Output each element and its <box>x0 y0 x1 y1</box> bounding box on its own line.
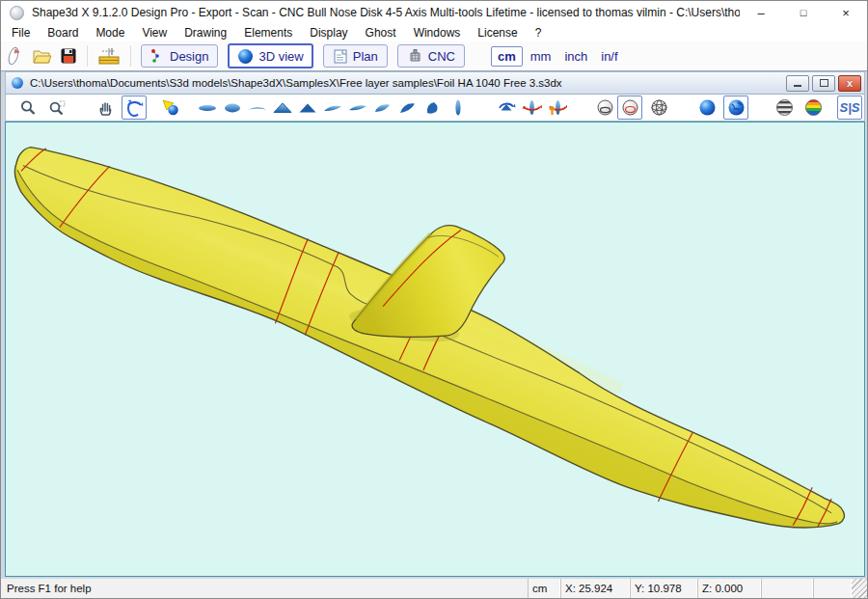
menu-drawing[interactable]: Drawing <box>176 24 235 41</box>
save-icon[interactable] <box>55 43 82 68</box>
status-unit: cm <box>528 579 560 598</box>
zoom-area-icon[interactable] <box>44 95 69 120</box>
unit-cm[interactable]: cm <box>491 46 523 67</box>
foil-3d-model <box>6 123 864 576</box>
menu-elements[interactable]: Elements <box>235 24 301 41</box>
rotate-horizontal-icon[interactable] <box>519 95 544 120</box>
flow-lines-label: S|S <box>840 100 860 115</box>
layers-rainbow-icon[interactable] <box>800 95 826 120</box>
toolbar-separator <box>130 45 131 67</box>
view-back-solid-icon[interactable] <box>295 95 320 120</box>
flow-lines-icon[interactable]: S|S <box>837 95 862 120</box>
rotate-3d-icon[interactable] <box>122 95 147 120</box>
viewport-3d[interactable] <box>5 122 865 577</box>
wireframe-sphere-icon[interactable] <box>646 95 671 120</box>
view-perspective-2-icon[interactable] <box>345 95 370 120</box>
menu-view[interactable]: View <box>133 24 176 41</box>
cnc-button-label: CNC <box>428 49 455 64</box>
zoom-icon[interactable] <box>15 95 41 120</box>
shade-ring-red-icon[interactable] <box>617 95 642 120</box>
status-z-coordinate: Z: 0.000 <box>697 579 761 598</box>
rotate-vertical-icon[interactable] <box>544 95 569 120</box>
close-button[interactable]: × <box>825 1 867 24</box>
render-texture-icon[interactable] <box>723 95 748 120</box>
shade-ring-icon[interactable] <box>592 95 617 120</box>
plan-button[interactable]: Plan <box>323 44 388 68</box>
render-solid-icon[interactable] <box>694 95 719 120</box>
doc-minimize-button[interactable] <box>786 75 809 92</box>
minimize-button[interactable]: – <box>740 1 782 24</box>
view-profile-icon[interactable] <box>446 95 471 120</box>
view-front-icon[interactable] <box>245 95 270 120</box>
pan-icon[interactable] <box>93 95 118 120</box>
doc-close-button[interactable]: x <box>838 75 861 92</box>
toolbar-separator <box>87 45 88 67</box>
view-perspective-1-icon[interactable] <box>320 95 345 120</box>
document-window: C:\Users\thoma\Documents\S3d models\Shap… <box>1 70 868 581</box>
menu-help[interactable]: ? <box>527 24 551 41</box>
plan-button-label: Plan <box>353 49 378 64</box>
units-group: cm mm inch in/f <box>491 46 624 67</box>
status-y-coordinate: Y: 10.978 <box>630 579 697 598</box>
view-perspective-3-icon[interactable] <box>370 95 395 120</box>
menu-mode[interactable]: Mode <box>87 24 133 41</box>
status-empty-cell <box>813 579 852 598</box>
menu-file[interactable]: File <box>3 24 39 41</box>
rotate-view-icon[interactable] <box>494 95 519 120</box>
menubar: File Board Mode View Drawing Elements Di… <box>1 24 867 42</box>
unit-mm[interactable]: mm <box>525 47 557 66</box>
open-folder-icon[interactable] <box>28 43 55 68</box>
menu-windows[interactable]: Windows <box>405 24 470 41</box>
unit-inf[interactable]: in/f <box>595 47 623 66</box>
unit-inch[interactable]: inch <box>558 47 593 66</box>
view-bottom-icon[interactable] <box>220 95 245 120</box>
design-button[interactable]: Design <box>141 44 218 68</box>
render-light-icon[interactable] <box>158 95 183 120</box>
window-title: Shape3d X 9.1.2.0 Design Pro - Export - … <box>32 6 740 19</box>
document-toolbar: S|S <box>5 95 865 122</box>
document-path: C:\Users\thoma\Documents\S3d models\Shap… <box>30 77 786 89</box>
menu-board[interactable]: Board <box>39 24 87 41</box>
view-petal-icon[interactable] <box>420 95 446 120</box>
view-quarter-icon[interactable] <box>395 95 420 120</box>
shape3d-window: Shape3d X 9.1.2.0 Design Pro - Export - … <box>0 0 868 599</box>
menu-display[interactable]: Display <box>301 24 356 41</box>
document-logo-icon <box>12 77 23 89</box>
statusbar: Press F1 for help cm X: 25.924 Y: 10.978… <box>1 578 867 598</box>
3d-view-button[interactable]: 3D view <box>228 43 312 68</box>
layers-gray-icon[interactable] <box>772 95 797 120</box>
app-logo-icon <box>10 6 24 20</box>
menu-ghost[interactable]: Ghost <box>357 24 405 41</box>
view-top-icon[interactable] <box>195 95 220 120</box>
status-empty-cell <box>761 579 813 598</box>
titlebar: Shape3d X 9.1.2.0 Design Pro - Export - … <box>1 1 867 25</box>
design-button-label: Design <box>170 49 208 64</box>
main-toolbar: Design 3D view Plan CNC cm mm inch in/f <box>1 41 867 71</box>
cnc-button[interactable]: CNC <box>397 44 465 68</box>
maximize-button[interactable]: □ <box>782 1 825 24</box>
board-icon[interactable] <box>1 43 28 68</box>
status-x-coordinate: X: 25.924 <box>560 579 630 598</box>
3d-view-button-label: 3D view <box>258 49 303 64</box>
resize-grip[interactable] <box>852 579 867 598</box>
doc-restore-button[interactable] <box>812 75 835 92</box>
menu-license[interactable]: License <box>469 24 526 41</box>
status-help-text: Press F1 for help <box>1 579 528 598</box>
document-titlebar[interactable]: C:\Users\thoma\Documents\S3d models\Shap… <box>5 71 865 95</box>
machine-icon[interactable] <box>93 43 125 68</box>
view-back-outline-icon[interactable] <box>270 95 295 120</box>
